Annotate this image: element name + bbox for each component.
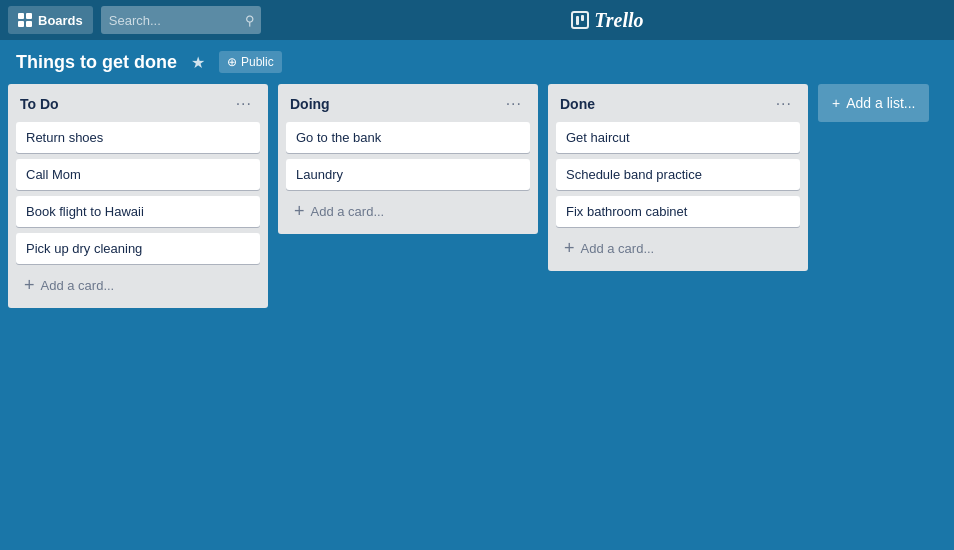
visibility-label: Public — [241, 55, 274, 69]
card-card-4[interactable]: Pick up dry cleaning — [16, 233, 260, 264]
add-card-label: Add a card... — [41, 278, 115, 293]
card-card-5[interactable]: Go to the bank — [286, 122, 530, 153]
list-menu-button-doing[interactable]: ··· — [502, 94, 526, 114]
nav-logo: Trello — [269, 9, 946, 32]
globe-icon: ⊕ — [227, 55, 237, 69]
trello-logo-bar-left — [576, 16, 579, 25]
list-title-done: Done — [560, 96, 595, 112]
board-header: Things to get done ★ ⊕ Public — [0, 40, 954, 84]
card-card-3[interactable]: Book flight to Hawaii — [16, 196, 260, 227]
add-card-button-done[interactable]: +Add a card... — [556, 233, 800, 263]
card-card-1[interactable]: Return shoes — [16, 122, 260, 153]
card-card-9[interactable]: Fix bathroom cabinet — [556, 196, 800, 227]
add-card-button-todo[interactable]: +Add a card... — [16, 270, 260, 300]
add-card-plus-icon: + — [294, 202, 305, 220]
add-list-button[interactable]: + Add a list... — [818, 84, 929, 122]
board-content: To Do···Return shoesCall MomBook flight … — [0, 84, 954, 550]
trello-logo-icon — [571, 11, 589, 29]
card-card-6[interactable]: Laundry — [286, 159, 530, 190]
list-header-done: Done··· — [556, 92, 800, 116]
star-button[interactable]: ★ — [187, 51, 209, 74]
list-todo: To Do···Return shoesCall MomBook flight … — [8, 84, 268, 308]
add-card-plus-icon: + — [24, 276, 35, 294]
card-card-7[interactable]: Get haircut — [556, 122, 800, 153]
search-input[interactable] — [101, 6, 261, 34]
list-title-todo: To Do — [20, 96, 59, 112]
star-icon: ★ — [191, 54, 205, 71]
list-header-todo: To Do··· — [16, 92, 260, 116]
trello-logo-text: Trello — [594, 9, 643, 32]
list-menu-button-done[interactable]: ··· — [772, 94, 796, 114]
card-card-2[interactable]: Call Mom — [16, 159, 260, 190]
list-header-doing: Doing··· — [286, 92, 530, 116]
boards-label: Boards — [38, 13, 83, 28]
list-title-doing: Doing — [290, 96, 330, 112]
list-menu-button-todo[interactable]: ··· — [232, 94, 256, 114]
list-done: Done···Get haircutSchedule band practice… — [548, 84, 808, 271]
visibility-button[interactable]: ⊕ Public — [219, 51, 282, 73]
top-nav: Boards ⚲ Trello — [0, 0, 954, 40]
trello-logo-bar-right — [581, 15, 584, 21]
add-card-button-doing[interactable]: +Add a card... — [286, 196, 530, 226]
add-card-label: Add a card... — [311, 204, 385, 219]
list-doing: Doing···Go to the bankLaundry+Add a card… — [278, 84, 538, 234]
add-card-plus-icon: + — [564, 239, 575, 257]
boards-icon — [18, 13, 32, 27]
trello-logo: Trello — [571, 9, 643, 32]
card-card-8[interactable]: Schedule band practice — [556, 159, 800, 190]
boards-button[interactable]: Boards — [8, 6, 93, 34]
add-list-label: Add a list... — [846, 95, 915, 111]
board-title: Things to get done — [16, 52, 177, 73]
add-list-plus-icon: + — [832, 95, 840, 111]
search-bar: ⚲ — [101, 6, 261, 34]
add-card-label: Add a card... — [581, 241, 655, 256]
